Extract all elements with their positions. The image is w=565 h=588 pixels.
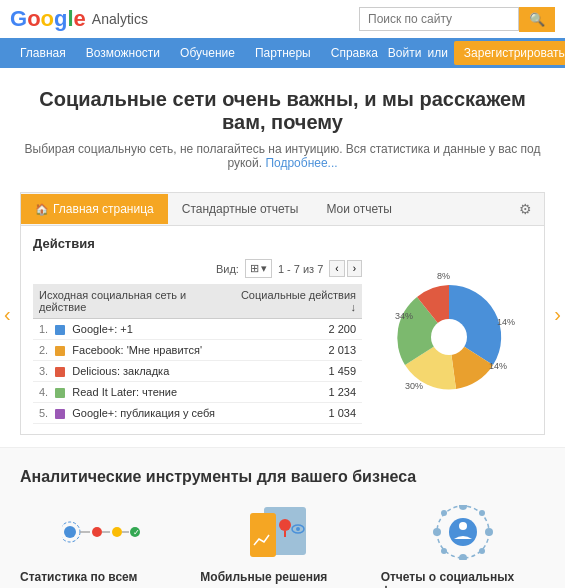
social-icon bbox=[381, 502, 545, 562]
nav-links: Главная Возможности Обучение Партнеры Сп… bbox=[10, 38, 388, 68]
svg-text:34%: 34% bbox=[395, 311, 413, 321]
table-row: 1. Google+: +1 2 200 bbox=[33, 319, 362, 340]
pie-svg: 34% 14% 14% 30% 8% bbox=[377, 269, 527, 399]
feature-mobile: Мобильные решения Анализируйте данные о … bbox=[200, 502, 364, 588]
row-5-color bbox=[55, 409, 65, 419]
feature-social: Отчеты о социальных функциях Анализируйт… bbox=[381, 502, 545, 588]
prev-arrow-icon[interactable]: ‹ bbox=[4, 302, 11, 325]
svg-point-29 bbox=[441, 548, 447, 554]
svg-text:✓: ✓ bbox=[133, 528, 140, 537]
feature-channels-name: Статистика по всем каналам bbox=[20, 570, 184, 588]
svg-point-31 bbox=[459, 522, 467, 530]
search-button[interactable]: 🔍 bbox=[519, 7, 555, 32]
col-actions: Социальные действия ↓ bbox=[231, 284, 362, 319]
view-label: Вид: bbox=[216, 263, 239, 275]
row-3-value: 1 459 bbox=[231, 361, 362, 382]
channels-icon: ✓ bbox=[20, 502, 184, 562]
google-wordmark: Google bbox=[10, 6, 86, 32]
search-bar: 🔍 bbox=[359, 7, 555, 32]
col-source: Исходная социальная сеть и действие bbox=[33, 284, 231, 319]
nav-auth: Войти или Зарегистрироваться bbox=[388, 41, 565, 65]
row-4-color bbox=[55, 388, 65, 398]
dashboard-tabs: 🏠 Главная страница Стандартные отчеты Мо… bbox=[21, 193, 544, 226]
svg-point-11 bbox=[112, 527, 122, 537]
table-area: Вид: ⊞ ▾ 1 - 7 из 7 ‹ › bbox=[33, 259, 362, 424]
row-3-color bbox=[55, 367, 65, 377]
pie-chart: 34% 14% 14% 30% 8% bbox=[372, 259, 532, 399]
prev-page-button[interactable]: ‹ bbox=[329, 260, 344, 277]
row-4-value: 1 234 bbox=[231, 382, 362, 403]
row-5-label: 5. Google+: публикация у себя bbox=[33, 403, 231, 424]
svg-text:14%: 14% bbox=[497, 317, 515, 327]
features-section: Аналитические инструменты для вашего биз… bbox=[0, 447, 565, 588]
logo: Google Analytics bbox=[10, 6, 148, 32]
svg-text:14%: 14% bbox=[489, 361, 507, 371]
nav-help[interactable]: Справка bbox=[321, 38, 388, 68]
svg-rect-16 bbox=[250, 513, 276, 557]
row-4-label: 4. Read It Later: чтение bbox=[33, 382, 231, 403]
table-row: 5. Google+: публикация у себя 1 034 bbox=[33, 403, 362, 424]
row-2-color bbox=[55, 346, 65, 356]
feature-mobile-name: Мобильные решения bbox=[200, 570, 364, 584]
svg-point-17 bbox=[279, 519, 291, 531]
view-controls: Вид: ⊞ ▾ 1 - 7 из 7 ‹ › bbox=[33, 259, 362, 278]
section-title: Действия bbox=[33, 236, 532, 251]
row-2-label: 2. Facebook: 'Мне нравится' bbox=[33, 340, 231, 361]
svg-point-26 bbox=[479, 510, 485, 516]
svg-point-23 bbox=[485, 528, 493, 536]
row-1-color bbox=[55, 325, 65, 335]
pagination-info: 1 - 7 из 7 bbox=[278, 263, 323, 275]
hero-title: Социальные сети очень важны, и мы расска… bbox=[20, 88, 545, 134]
nav-features[interactable]: Возможности bbox=[76, 38, 170, 68]
tab-standard-reports[interactable]: Стандартные отчеты bbox=[168, 194, 313, 224]
table-row: 2. Facebook: 'Мне нравится' 2 013 bbox=[33, 340, 362, 361]
table-header-row: Исходная социальная сеть и действие Соци… bbox=[33, 284, 362, 319]
svg-point-27 bbox=[479, 548, 485, 554]
row-1-label: 1. Google+: +1 bbox=[33, 319, 231, 340]
settings-icon[interactable]: ⚙ bbox=[507, 193, 544, 225]
nav-or: или bbox=[427, 46, 447, 60]
row-3-label: 3. Delicious: закладка bbox=[33, 361, 231, 382]
hero-section: Социальные сети очень важны, и мы расска… bbox=[0, 68, 565, 180]
dashboard-body: Действия Вид: ⊞ ▾ 1 - 7 из 7 ‹ › bbox=[21, 226, 544, 434]
svg-point-9 bbox=[92, 527, 102, 537]
next-page-button[interactable]: › bbox=[347, 260, 362, 277]
nav-partners[interactable]: Партнеры bbox=[245, 38, 321, 68]
login-link[interactable]: Войти bbox=[388, 46, 422, 60]
hero-subtitle: Выбирая социальную сеть, не полагайтесь … bbox=[20, 142, 545, 170]
main-nav: Главная Возможности Обучение Партнеры Сп… bbox=[0, 38, 565, 68]
dashboard: 🏠 Главная страница Стандартные отчеты Мо… bbox=[20, 192, 545, 435]
social-actions-table: Исходная социальная сеть и действие Соци… bbox=[33, 284, 362, 424]
features-title: Аналитические инструменты для вашего биз… bbox=[20, 468, 545, 486]
svg-text:8%: 8% bbox=[437, 271, 450, 281]
home-icon: 🏠 bbox=[35, 203, 49, 216]
svg-point-24 bbox=[459, 554, 467, 560]
dashboard-wrapper: ‹ 🏠 Главная страница Стандартные отчеты … bbox=[8, 192, 557, 435]
mobile-icon bbox=[200, 502, 364, 562]
table-nav-arrows: ‹ › bbox=[329, 260, 362, 277]
feature-social-name: Отчеты о социальных функциях bbox=[381, 570, 545, 588]
svg-point-22 bbox=[459, 505, 467, 510]
row-5-value: 1 034 bbox=[231, 403, 362, 424]
analytics-label: Analytics bbox=[92, 11, 148, 27]
register-button[interactable]: Зарегистрироваться bbox=[454, 41, 565, 65]
dashboard-content: Вид: ⊞ ▾ 1 - 7 из 7 ‹ › bbox=[33, 259, 532, 424]
tab-my-reports[interactable]: Мои отчеты bbox=[312, 194, 405, 224]
svg-point-6 bbox=[64, 526, 76, 538]
svg-point-25 bbox=[433, 528, 441, 536]
svg-point-20 bbox=[296, 527, 300, 531]
search-input[interactable] bbox=[359, 7, 519, 31]
row-1-value: 2 200 bbox=[231, 319, 362, 340]
next-arrow-icon[interactable]: › bbox=[554, 302, 561, 325]
pie-chart-area: 34% 14% 14% 30% 8% bbox=[372, 259, 532, 424]
hero-readmore-link[interactable]: Подробнее... bbox=[265, 156, 337, 170]
view-select[interactable]: ⊞ ▾ bbox=[245, 259, 272, 278]
table-row: 3. Delicious: закладка 1 459 bbox=[33, 361, 362, 382]
table-row: 4. Read It Later: чтение 1 234 bbox=[33, 382, 362, 403]
tab-home[interactable]: 🏠 Главная страница bbox=[21, 194, 168, 224]
nav-learn[interactable]: Обучение bbox=[170, 38, 245, 68]
svg-point-0 bbox=[431, 319, 467, 355]
nav-home[interactable]: Главная bbox=[10, 38, 76, 68]
svg-point-28 bbox=[441, 510, 447, 516]
features-grid: ✓ Статистика по всем каналам Отслеживайт… bbox=[20, 502, 545, 588]
